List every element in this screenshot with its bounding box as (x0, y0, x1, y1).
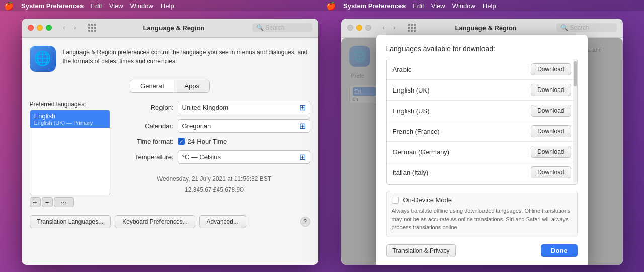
region-dropdown[interactable]: United Kingdom ⊞ (178, 101, 310, 114)
minimize-button[interactable] (37, 25, 43, 31)
calendar-dropdown-arrow: ⊞ (299, 121, 306, 131)
region-value: United Kingdom (182, 104, 229, 111)
preferred-languages-label: Preferred languages: (30, 101, 110, 108)
menu-help-left[interactable]: Help (160, 2, 174, 10)
lang-name-english-uk: English (UK) (393, 86, 527, 94)
right-window: ‹ › Language & Region 🔍 Search 🌐 Languag… (341, 19, 623, 265)
download-french-button[interactable]: Download (531, 125, 571, 137)
on-device-description: Always translate offline using downloade… (392, 207, 572, 232)
calendar-label: Calendar: (118, 122, 174, 130)
grid-icon[interactable] (88, 24, 96, 32)
lang-download-italian: Italian (Italy) Download (387, 162, 577, 183)
scrollbar-thumb[interactable] (574, 61, 577, 86)
back-button-right[interactable]: ‹ (379, 23, 388, 32)
search-box-right[interactable]: 🔍 Search (556, 23, 617, 32)
close-button[interactable] (28, 25, 34, 31)
date-long: Wednesday, 21 July 2021 at 11:56:32 BST (118, 174, 310, 185)
menu-window-right[interactable]: Window (452, 2, 475, 10)
tab-apps[interactable]: Apps (174, 80, 209, 92)
time-format-value: 24-Hour Time (188, 138, 227, 145)
translation-languages-button[interactable]: Translation Languages... (30, 215, 111, 228)
translation-privacy-button[interactable]: Translation & Privacy (386, 244, 456, 257)
remove-language-button[interactable]: − (42, 197, 53, 207)
window-title-right: Language & Region (420, 24, 552, 32)
lang-download-arabic: Arabic Download (387, 59, 577, 80)
app-name-right[interactable]: System Preferences (343, 2, 406, 10)
tab-general[interactable]: General (130, 80, 174, 92)
menu-help-right[interactable]: Help (482, 2, 496, 10)
lang-name-arabic: Arabic (393, 66, 527, 73)
menu-window-left[interactable]: Window (130, 2, 153, 10)
left-window: ‹ › Language & Region 🔍 Search 🌐 Languag… (22, 19, 318, 265)
menu-edit-right[interactable]: Edit (413, 2, 424, 10)
forward-button-right[interactable]: › (390, 23, 399, 32)
settings-panel: Region: United Kingdom ⊞ Calendar: Grego… (118, 101, 310, 207)
minimize-button-right[interactable] (356, 25, 362, 31)
lang-download-english-us: English (US) Download (387, 101, 577, 121)
temperature-dropdown[interactable]: °C — Celsius ⊞ (178, 150, 310, 164)
time-format-checkbox[interactable]: ✓ (178, 138, 185, 145)
calendar-dropdown[interactable]: Gregorian ⊞ (178, 119, 310, 133)
window-title-left: Language & Region (100, 24, 248, 32)
advanced-button[interactable]: Advanced... (199, 215, 246, 228)
menubar-left: 🍎 System Preferences Edit View Window He… (0, 0, 322, 11)
language-download-list[interactable]: Arabic Download English (UK) Download En… (386, 59, 578, 185)
menu-view-left[interactable]: View (109, 2, 123, 10)
download-arabic-button[interactable]: Download (531, 63, 571, 75)
more-options-button[interactable]: ··· (54, 197, 74, 207)
download-german-button[interactable]: Download (531, 146, 571, 158)
bottom-buttons-left: Translation Languages... Keyboard Prefer… (30, 215, 310, 228)
on-device-title-row: On-Device Mode (392, 196, 572, 204)
apple-logo-left[interactable]: 🍎 (4, 1, 14, 11)
language-download-list-container: Arabic Download English (UK) Download En… (386, 59, 578, 185)
temperature-value: °C — Celsius (182, 153, 221, 161)
maximize-button-right[interactable] (365, 25, 371, 31)
apple-logo-right[interactable]: 🍎 (326, 1, 336, 11)
lang-name-english-us: English (US) (393, 107, 527, 115)
language-name: English (34, 112, 106, 120)
language-item-english[interactable]: English English (UK) — Primary (30, 110, 110, 128)
download-english-us-button[interactable]: Download (531, 105, 571, 117)
lang-name-italian: Italian (Italy) (393, 169, 527, 176)
calendar-value: Gregorian (182, 122, 211, 130)
download-italian-button[interactable]: Download (531, 166, 571, 178)
settings-body: Preferred languages: English English (UK… (30, 101, 310, 207)
time-format-checkbox-row: ✓ 24-Hour Time (178, 138, 227, 145)
lang-download-french: French (France) Download (387, 121, 577, 142)
header-row: 🌐 Language & Region preferences control … (30, 46, 310, 72)
window-content-right: 🌐 Language & Region preferences control … (341, 38, 623, 265)
traffic-lights-right (347, 25, 371, 31)
search-placeholder: Search (266, 24, 285, 31)
menubar-right-items: 🍎 System Preferences Edit View Window He… (326, 1, 496, 11)
lang-download-english-uk: English (UK) Download (387, 80, 577, 101)
menu-view-right[interactable]: View (431, 2, 445, 10)
add-language-button[interactable]: + (30, 197, 41, 207)
time-format-label: Time format: (118, 138, 174, 145)
menu-edit-left[interactable]: Edit (91, 2, 102, 10)
close-button-right[interactable] (347, 25, 353, 31)
modal-overlay: Languages available for download: Arabic… (341, 38, 623, 265)
done-button[interactable]: Done (541, 244, 578, 257)
forward-button[interactable]: › (71, 23, 80, 32)
keyboard-preferences-button[interactable]: Keyboard Preferences... (115, 215, 195, 228)
help-button[interactable]: ? (300, 217, 310, 227)
region-dropdown-arrow: ⊞ (299, 103, 306, 112)
back-button[interactable]: ‹ (60, 23, 69, 32)
app-name-left[interactable]: System Preferences (21, 2, 84, 10)
nav-buttons: ‹ › (60, 23, 80, 32)
date-numbers: 12,345.67 £45,678.90 (118, 185, 310, 196)
on-device-label: On-Device Mode (403, 196, 452, 204)
lang-name-german: German (Germany) (393, 148, 527, 156)
header-description: Language & Region preferences control th… (63, 46, 310, 66)
grid-icon-right[interactable] (408, 24, 416, 32)
download-languages-modal: Languages available for download: Arabic… (376, 35, 588, 264)
language-list[interactable]: English English (UK) — Primary (30, 110, 110, 195)
search-box-left[interactable]: 🔍 Search (252, 23, 312, 32)
on-device-checkbox[interactable] (392, 197, 399, 204)
time-format-row: Time format: ✓ 24-Hour Time (118, 138, 310, 145)
language-sub: English (UK) — Primary (34, 120, 106, 126)
download-english-uk-button[interactable]: Download (531, 84, 571, 96)
maximize-button[interactable] (46, 25, 52, 31)
temperature-row: Temperature: °C — Celsius ⊞ (118, 150, 310, 164)
search-icon: 🔍 (256, 24, 264, 31)
